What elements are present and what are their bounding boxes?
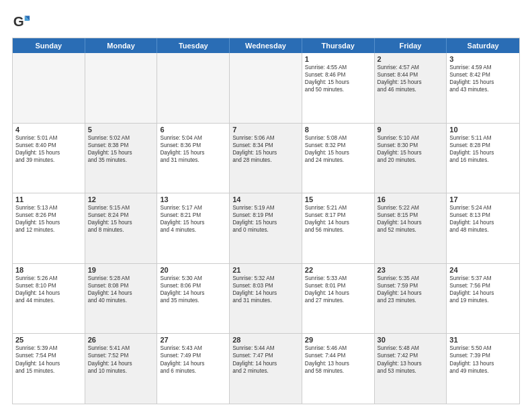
day-info-17: Sunrise: 5:24 AMSunset: 8:13 PMDaylight:…: [449, 204, 517, 234]
day-cell-21: 21Sunrise: 5:32 AMSunset: 8:03 PMDayligh…: [230, 264, 302, 334]
weekday-header-wednesday: Wednesday: [230, 38, 302, 53]
day-cell-15: 15Sunrise: 5:21 AMSunset: 8:17 PMDayligh…: [302, 193, 375, 263]
day-cell-14: 14Sunrise: 5:19 AMSunset: 8:19 PMDayligh…: [230, 193, 302, 263]
calendar-row-1: 1Sunrise: 4:55 AMSunset: 8:46 PMDaylight…: [13, 53, 519, 124]
calendar-body: 1Sunrise: 4:55 AMSunset: 8:46 PMDaylight…: [13, 53, 519, 404]
day-cell-13: 13Sunrise: 5:17 AMSunset: 8:21 PMDayligh…: [157, 193, 230, 263]
day-info-13: Sunrise: 5:17 AMSunset: 8:21 PMDaylight:…: [160, 204, 226, 234]
day-info-11: Sunrise: 5:13 AMSunset: 8:26 PMDaylight:…: [15, 204, 82, 234]
day-number-6: 6: [160, 126, 226, 134]
weekday-header-tuesday: Tuesday: [157, 38, 230, 53]
day-info-7: Sunrise: 5:06 AMSunset: 8:34 PMDaylight:…: [232, 134, 299, 164]
day-number-19: 19: [88, 266, 154, 274]
day-cell-31: 31Sunrise: 5:50 AMSunset: 7:39 PMDayligh…: [447, 334, 519, 404]
day-number-28: 28: [232, 336, 299, 344]
day-cell-19: 19Sunrise: 5:28 AMSunset: 8:08 PMDayligh…: [85, 264, 158, 334]
day-cell-2: 2Sunrise: 4:57 AMSunset: 8:44 PMDaylight…: [375, 53, 447, 123]
day-number-12: 12: [88, 195, 154, 203]
day-cell-4: 4Sunrise: 5:01 AMSunset: 8:40 PMDaylight…: [13, 124, 85, 193]
day-number-14: 14: [232, 195, 299, 203]
day-info-19: Sunrise: 5:28 AMSunset: 8:08 PMDaylight:…: [88, 275, 154, 304]
calendar-row-5: 25Sunrise: 5:39 AMSunset: 7:54 PMDayligh…: [13, 334, 519, 404]
empty-cell: [230, 53, 302, 123]
day-info-4: Sunrise: 5:01 AMSunset: 8:40 PMDaylight:…: [15, 134, 82, 164]
weekday-header-thursday: Thursday: [302, 38, 375, 53]
day-cell-8: 8Sunrise: 5:08 AMSunset: 8:32 PMDaylight…: [302, 124, 375, 193]
day-info-6: Sunrise: 5:04 AMSunset: 8:36 PMDaylight:…: [160, 134, 226, 164]
day-cell-12: 12Sunrise: 5:15 AMSunset: 8:24 PMDayligh…: [85, 193, 158, 263]
day-number-5: 5: [88, 126, 154, 134]
day-cell-20: 20Sunrise: 5:30 AMSunset: 8:06 PMDayligh…: [157, 264, 230, 334]
calendar-row-2: 4Sunrise: 5:01 AMSunset: 8:40 PMDaylight…: [13, 124, 519, 194]
day-cell-30: 30Sunrise: 5:48 AMSunset: 7:42 PMDayligh…: [375, 334, 447, 404]
day-cell-11: 11Sunrise: 5:13 AMSunset: 8:26 PMDayligh…: [13, 193, 85, 263]
day-number-20: 20: [160, 266, 226, 274]
empty-cell: [13, 53, 85, 123]
day-number-15: 15: [305, 195, 371, 203]
day-info-28: Sunrise: 5:44 AMSunset: 7:47 PMDaylight:…: [232, 345, 299, 374]
day-cell-22: 22Sunrise: 5:33 AMSunset: 8:01 PMDayligh…: [302, 264, 375, 334]
day-info-8: Sunrise: 5:08 AMSunset: 8:32 PMDaylight:…: [305, 134, 371, 164]
calendar: SundayMondayTuesdayWednesdayThursdayFrid…: [12, 38, 520, 404]
day-cell-17: 17Sunrise: 5:24 AMSunset: 8:13 PMDayligh…: [447, 193, 519, 263]
day-number-9: 9: [378, 126, 444, 134]
day-info-31: Sunrise: 5:50 AMSunset: 7:39 PMDaylight:…: [449, 345, 517, 374]
day-cell-5: 5Sunrise: 5:02 AMSunset: 8:38 PMDaylight…: [85, 124, 158, 193]
day-number-26: 26: [88, 336, 154, 344]
day-info-1: Sunrise: 4:55 AMSunset: 8:46 PMDaylight:…: [305, 64, 371, 93]
day-number-13: 13: [160, 195, 226, 203]
day-number-11: 11: [15, 195, 82, 203]
day-info-22: Sunrise: 5:33 AMSunset: 8:01 PMDaylight:…: [305, 275, 371, 304]
day-cell-25: 25Sunrise: 5:39 AMSunset: 7:54 PMDayligh…: [13, 334, 85, 404]
day-cell-29: 29Sunrise: 5:46 AMSunset: 7:44 PMDayligh…: [302, 334, 375, 404]
day-number-7: 7: [232, 126, 299, 134]
day-info-12: Sunrise: 5:15 AMSunset: 8:24 PMDaylight:…: [88, 204, 154, 234]
weekday-header-saturday: Saturday: [447, 38, 519, 53]
calendar-header: SundayMondayTuesdayWednesdayThursdayFrid…: [13, 38, 519, 53]
day-cell-10: 10Sunrise: 5:11 AMSunset: 8:28 PMDayligh…: [447, 124, 519, 193]
day-number-22: 22: [305, 266, 371, 274]
day-cell-26: 26Sunrise: 5:41 AMSunset: 7:52 PMDayligh…: [85, 334, 158, 404]
day-cell-28: 28Sunrise: 5:44 AMSunset: 7:47 PMDayligh…: [230, 334, 302, 404]
day-info-9: Sunrise: 5:10 AMSunset: 8:30 PMDaylight:…: [378, 134, 444, 164]
calendar-row-4: 18Sunrise: 5:26 AMSunset: 8:10 PMDayligh…: [13, 264, 519, 334]
day-number-17: 17: [449, 195, 517, 203]
day-cell-6: 6Sunrise: 5:04 AMSunset: 8:36 PMDaylight…: [157, 124, 230, 193]
day-info-2: Sunrise: 4:57 AMSunset: 8:44 PMDaylight:…: [378, 64, 444, 93]
day-info-24: Sunrise: 5:37 AMSunset: 7:56 PMDaylight:…: [449, 275, 517, 304]
day-number-18: 18: [15, 266, 82, 274]
empty-cell: [157, 53, 230, 123]
day-number-8: 8: [305, 126, 371, 134]
day-info-18: Sunrise: 5:26 AMSunset: 8:10 PMDaylight:…: [15, 275, 82, 304]
day-number-24: 24: [449, 266, 517, 274]
day-info-25: Sunrise: 5:39 AMSunset: 7:54 PMDaylight:…: [15, 345, 82, 374]
day-cell-16: 16Sunrise: 5:22 AMSunset: 8:15 PMDayligh…: [375, 193, 447, 263]
day-info-26: Sunrise: 5:41 AMSunset: 7:52 PMDaylight:…: [88, 345, 154, 374]
day-info-15: Sunrise: 5:21 AMSunset: 8:17 PMDaylight:…: [305, 204, 371, 234]
day-info-14: Sunrise: 5:19 AMSunset: 8:19 PMDaylight:…: [232, 204, 299, 234]
day-number-2: 2: [378, 55, 444, 63]
day-number-3: 3: [449, 55, 517, 63]
day-cell-24: 24Sunrise: 5:37 AMSunset: 7:56 PMDayligh…: [447, 264, 519, 334]
day-number-25: 25: [15, 336, 82, 344]
day-number-31: 31: [449, 336, 517, 344]
weekday-header-sunday: Sunday: [13, 38, 85, 53]
day-info-21: Sunrise: 5:32 AMSunset: 8:03 PMDaylight:…: [232, 275, 299, 304]
day-cell-9: 9Sunrise: 5:10 AMSunset: 8:30 PMDaylight…: [375, 124, 447, 193]
day-number-30: 30: [378, 336, 444, 344]
day-number-16: 16: [378, 195, 444, 203]
day-info-23: Sunrise: 5:35 AMSunset: 7:59 PMDaylight:…: [378, 275, 444, 304]
day-number-1: 1: [305, 55, 371, 63]
day-info-5: Sunrise: 5:02 AMSunset: 8:38 PMDaylight:…: [88, 134, 154, 164]
day-number-23: 23: [378, 266, 444, 274]
day-cell-18: 18Sunrise: 5:26 AMSunset: 8:10 PMDayligh…: [13, 264, 85, 334]
day-number-27: 27: [160, 336, 226, 344]
logo-icon: G: [12, 12, 31, 31]
day-info-20: Sunrise: 5:30 AMSunset: 8:06 PMDaylight:…: [160, 275, 226, 304]
page-header: G: [12, 12, 520, 31]
weekday-header-monday: Monday: [85, 38, 158, 53]
logo: G: [12, 12, 34, 31]
day-cell-1: 1Sunrise: 4:55 AMSunset: 8:46 PMDaylight…: [302, 53, 375, 123]
day-info-16: Sunrise: 5:22 AMSunset: 8:15 PMDaylight:…: [378, 204, 444, 234]
day-info-27: Sunrise: 5:43 AMSunset: 7:49 PMDaylight:…: [160, 345, 226, 374]
